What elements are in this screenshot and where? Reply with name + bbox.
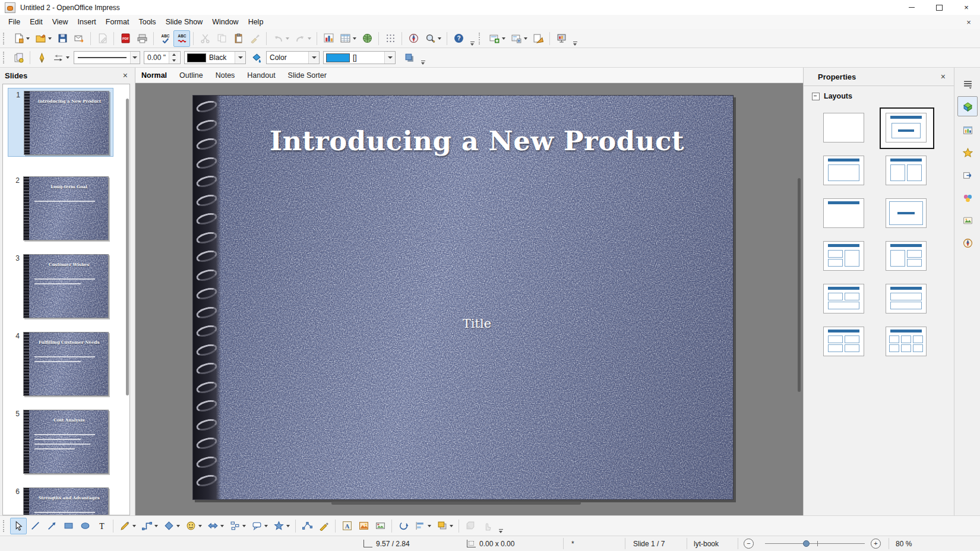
slide-page[interactable]: Introducing a New Product Title bbox=[192, 95, 734, 500]
slide-thumbnail-image[interactable]: Long-term Goal bbox=[23, 176, 109, 240]
line-width-stepper[interactable]: 0.00 " bbox=[144, 51, 181, 64]
tab-normal[interactable]: Normal bbox=[141, 71, 167, 80]
toolbar-grip[interactable] bbox=[479, 33, 483, 45]
layout-option-centered-text[interactable] bbox=[886, 198, 927, 228]
properties-close-button[interactable]: × bbox=[941, 72, 946, 81]
block-arrows-button[interactable] bbox=[204, 518, 226, 534]
line-style-select[interactable] bbox=[74, 51, 140, 64]
stepper-arrows[interactable] bbox=[169, 52, 179, 64]
slide-editing-canvas[interactable]: Introducing a New Product Title bbox=[135, 83, 803, 515]
styles-button[interactable] bbox=[10, 49, 27, 66]
toolbar-grip[interactable] bbox=[3, 33, 7, 45]
menu-slideshow[interactable]: Slide Show bbox=[161, 16, 208, 28]
slide-thumbnail-3[interactable]: 3Customer Wishes bbox=[8, 252, 113, 321]
layout-option-content-2content[interactable] bbox=[886, 241, 927, 271]
sidebar-tab-navigator[interactable] bbox=[957, 233, 978, 253]
toolbar-overflow-button[interactable] bbox=[497, 519, 505, 533]
slide-thumbnail-image[interactable]: Fulfilling Customer Needs bbox=[23, 332, 109, 396]
shadow-button[interactable] bbox=[401, 49, 418, 66]
slide-thumbnail-6[interactable]: 6Strengths and Advantages bbox=[8, 485, 113, 515]
zoom-slider-thumb[interactable] bbox=[803, 540, 810, 547]
layout-option-2content-content[interactable] bbox=[823, 241, 864, 271]
slide-thumbnail-5[interactable]: 5Cost Analysis bbox=[8, 407, 113, 476]
menu-edit[interactable]: Edit bbox=[25, 16, 48, 28]
sidebar-tab-properties[interactable] bbox=[957, 96, 978, 116]
tab-handout[interactable]: Handout bbox=[247, 71, 275, 80]
open-button[interactable] bbox=[32, 30, 54, 47]
stars-button[interactable] bbox=[270, 518, 292, 534]
help-button[interactable]: ? bbox=[450, 30, 467, 47]
menu-tools[interactable]: Tools bbox=[134, 16, 160, 28]
slide-thumbnail-image[interactable]: Strengths and Advantages bbox=[23, 487, 109, 515]
layout-option-title-sub[interactable] bbox=[886, 113, 927, 142]
slide-show-button[interactable] bbox=[553, 30, 570, 47]
paste-button[interactable] bbox=[230, 30, 246, 47]
title-placeholder-text[interactable]: Title bbox=[221, 316, 733, 331]
maximize-button[interactable] bbox=[925, 0, 953, 15]
gallery-button[interactable] bbox=[372, 518, 388, 534]
arrow-style-button[interactable] bbox=[50, 49, 72, 66]
close-button[interactable]: × bbox=[953, 0, 980, 15]
email-button[interactable] bbox=[71, 30, 87, 47]
export-pdf-button[interactable]: PDF bbox=[117, 30, 134, 47]
sidebar-tab-styles[interactable] bbox=[957, 188, 978, 208]
print-button[interactable] bbox=[134, 30, 150, 47]
toolbar-overflow-button[interactable] bbox=[468, 31, 476, 46]
toolbar-overflow-button[interactable] bbox=[571, 31, 579, 46]
slides-panel-close-button[interactable]: × bbox=[123, 71, 128, 80]
line-button[interactable] bbox=[27, 518, 43, 534]
new-slide-button[interactable] bbox=[486, 30, 508, 47]
table-button[interactable] bbox=[337, 30, 359, 47]
curve-button[interactable] bbox=[116, 518, 138, 534]
slide-thumbnail-image[interactable]: Cost Analysis bbox=[23, 410, 109, 474]
line-button[interactable] bbox=[33, 49, 50, 66]
tab-outline[interactable]: Outline bbox=[179, 71, 203, 80]
from-file-button[interactable] bbox=[355, 518, 372, 534]
minimize-button[interactable] bbox=[898, 0, 925, 15]
arrange-button[interactable] bbox=[434, 518, 456, 534]
slide-design-button[interactable] bbox=[530, 30, 546, 47]
layout-option-content-over-content[interactable] bbox=[886, 284, 927, 314]
layout-option-4content[interactable] bbox=[823, 327, 864, 356]
template-field[interactable]: lyt-book bbox=[694, 536, 719, 551]
collapse-section-icon[interactable] bbox=[812, 93, 820, 100]
chart-button[interactable] bbox=[320, 30, 337, 47]
line-color-select[interactable]: Black bbox=[184, 51, 246, 64]
ellipse-button[interactable] bbox=[77, 518, 93, 534]
fill-color-select[interactable]: [] bbox=[323, 51, 396, 64]
hyperlink-button[interactable] bbox=[359, 30, 375, 47]
slides-scrollbar-thumb[interactable] bbox=[126, 99, 129, 395]
sidebar-tab-master-pages[interactable] bbox=[957, 120, 978, 140]
slides-panel-splitter[interactable] bbox=[135, 285, 136, 332]
canvas-horizontal-scrollbar[interactable] bbox=[331, 502, 581, 505]
zoom-button[interactable] bbox=[422, 30, 444, 47]
sidebar-tab-slide-transition[interactable] bbox=[957, 165, 978, 185]
menu-format[interactable]: Format bbox=[101, 16, 134, 28]
navigator-button[interactable] bbox=[405, 30, 422, 47]
text-button[interactable]: T bbox=[93, 518, 110, 534]
sidebar-tab-sidebar-menu[interactable] bbox=[957, 74, 978, 94]
slide-thumbnail-image[interactable]: Customer Wishes bbox=[23, 254, 109, 318]
rectangle-button[interactable] bbox=[60, 518, 77, 534]
connector-button[interactable] bbox=[138, 518, 160, 534]
sidebar-tab-custom-animation[interactable] bbox=[957, 142, 978, 163]
toolbar-overflow-button[interactable] bbox=[419, 50, 427, 65]
new-button[interactable] bbox=[10, 30, 32, 47]
symbol-shapes-button[interactable] bbox=[182, 518, 204, 534]
rotate-button[interactable] bbox=[395, 518, 412, 534]
spellcheck-button[interactable]: ABC bbox=[157, 30, 173, 47]
callouts-button[interactable] bbox=[248, 518, 270, 534]
fill-style-select[interactable]: Color bbox=[266, 51, 320, 64]
zoom-out-button[interactable]: − bbox=[744, 536, 754, 551]
edit-points-button[interactable] bbox=[299, 518, 315, 534]
zoom-level-field[interactable]: 80 % bbox=[896, 536, 912, 551]
slide-thumbnail-image[interactable]: Introducing a New Product bbox=[24, 91, 109, 155]
tab-notes[interactable]: Notes bbox=[216, 71, 235, 80]
slide-thumbnail-4[interactable]: 4Fulfilling Customer Needs bbox=[8, 330, 113, 398]
display-grid-button[interactable] bbox=[382, 30, 399, 47]
basic-shapes-button[interactable] bbox=[160, 518, 182, 534]
flowchart-button[interactable] bbox=[226, 518, 248, 534]
menu-help[interactable]: Help bbox=[244, 16, 268, 28]
close-document-button[interactable]: × bbox=[962, 16, 975, 28]
save-button[interactable] bbox=[54, 30, 71, 47]
